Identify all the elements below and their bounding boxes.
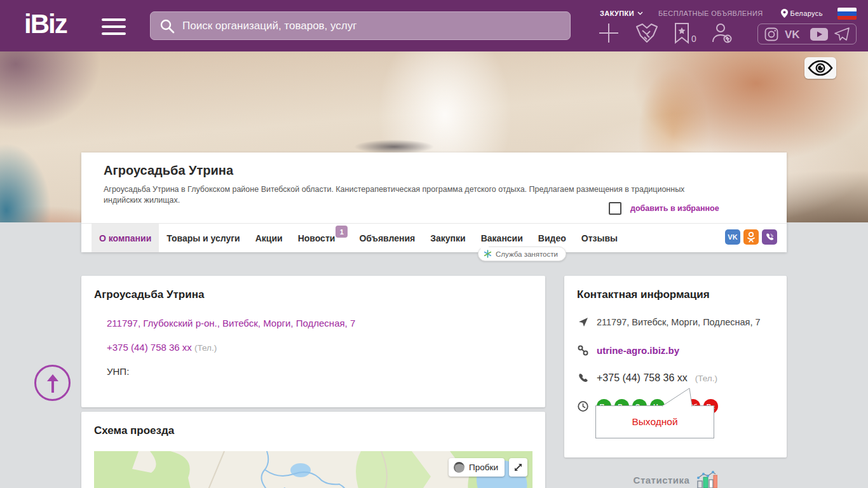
favorites-label: добавить в избранное: [630, 204, 719, 213]
expand-icon: [513, 463, 523, 472]
link-icon: [577, 345, 589, 356]
map-fullscreen-button[interactable]: [509, 458, 527, 477]
company-header-card: Агроусадьба Утрина Агроусадьба Утрина в …: [81, 152, 787, 252]
favorites-count: 0: [691, 34, 696, 44]
handshake-partners-icon[interactable]: [634, 23, 660, 43]
company-tabs: О компании Товары и услуги Акции Новости…: [81, 223, 787, 252]
about-company-card: Агроусадьба Утрина 211797, Глубокский р-…: [81, 276, 545, 407]
vacancies-tooltip: Служба занятости: [478, 247, 566, 261]
location-pin-icon: [781, 9, 788, 18]
news-count-badge: 1: [336, 226, 348, 238]
contact-phone-note: (Тел.): [695, 374, 717, 383]
eye-icon: [808, 60, 833, 76]
add-company-icon[interactable]: [597, 22, 620, 44]
site-logo[interactable]: iBiz: [24, 9, 67, 39]
phone-icon: [577, 373, 589, 384]
odnoklassniki-icon[interactable]: [743, 229, 759, 245]
hamburger-menu-icon[interactable]: [102, 18, 126, 36]
youtube-icon[interactable]: [810, 28, 828, 41]
unp-label: УНП:: [107, 366, 129, 377]
tab-ads[interactable]: Объявления: [351, 224, 423, 252]
tab-about[interactable]: О компании: [92, 224, 159, 252]
svg-text:VK: VK: [785, 29, 800, 40]
traffic-icon: [454, 462, 465, 473]
scroll-to-top-button[interactable]: [34, 365, 71, 401]
search-bar: [150, 11, 571, 40]
map-card-title: Схема проезда: [94, 424, 532, 437]
tab-news[interactable]: Новости1: [290, 224, 343, 252]
navigation-arrow-icon: [577, 317, 589, 327]
zakupki-label: ЗАКУПКИ: [600, 10, 634, 17]
company-description: Агроусадьба Утрина в Глубокском районе В…: [104, 184, 691, 206]
vacancies-tooltip-text: Служба занятости: [496, 250, 558, 258]
telegram-icon[interactable]: [834, 27, 850, 41]
traffic-toggle-button[interactable]: Пробки: [449, 458, 505, 477]
favorites-bookmark-icon[interactable]: 0: [674, 22, 696, 44]
header-top-links: ЗАКУПКИ БЕСПЛАТНЫЕ ОБЪЯВЛЕНИЯ Беларусь: [600, 8, 860, 19]
vk-icon[interactable]: VK: [725, 229, 740, 245]
search-input[interactable]: [182, 20, 561, 32]
directions-map-card: Схема проезда: [81, 412, 545, 488]
statistics-block[interactable]: Статистика: [564, 470, 787, 488]
tab-reviews[interactable]: Отзывы: [574, 224, 625, 252]
tab-promotions[interactable]: Акции: [248, 224, 290, 252]
free-ads-link[interactable]: БЕСПЛАТНЫЕ ОБЪЯВЛЕНИЯ: [658, 10, 763, 17]
contact-info-card: Контактная информация 211797, Витебск, М…: [564, 276, 787, 458]
header: iBiz ЗАКУПКИ БЕСПЛАТНЫЕ ОБЪЯВЛЕНИЯ Белар…: [0, 0, 868, 51]
map-canvas[interactable]: Пробки: [94, 451, 532, 488]
vk-icon[interactable]: VK: [785, 29, 804, 40]
country-selector[interactable]: Беларусь: [781, 9, 823, 18]
statistics-label: Статистика: [634, 475, 690, 485]
company-social-icons: VK: [725, 229, 777, 245]
chevron-down-icon: [637, 11, 643, 15]
company-phone-link[interactable]: +375 (44) 758 36 xx: [107, 342, 192, 353]
tab-products[interactable]: Товары и услуги: [159, 224, 247, 252]
search-icon: [159, 18, 175, 34]
tab-purchases[interactable]: Закупки: [423, 224, 473, 252]
company-address-link[interactable]: 211797, Глубокский р-он., Витебск, Морги…: [107, 318, 355, 329]
contact-address: 211797, Витебск, Морги, Подлесная, 7: [597, 317, 761, 327]
viber-icon[interactable]: [762, 229, 777, 245]
phone-note: (Тел.): [194, 343, 217, 353]
about-card-title: Агроусадьба Утрина: [94, 288, 532, 301]
instagram-icon[interactable]: [764, 27, 778, 41]
traffic-label: Пробки: [469, 463, 498, 472]
clock-icon: [577, 401, 589, 412]
dayoff-tooltip: Выходной: [595, 405, 714, 438]
language-flag-russia[interactable]: [837, 8, 857, 20]
statistics-chart-icon: [696, 470, 717, 488]
views-eye-button[interactable]: [804, 57, 836, 79]
add-to-favorites[interactable]: добавить в избранное: [609, 202, 719, 215]
header-icon-row: 0: [597, 22, 733, 44]
country-label: Беларусь: [790, 10, 823, 17]
up-arrow-icon: [46, 374, 60, 393]
user-add-icon[interactable]: [710, 22, 733, 44]
contact-phone: +375 (44) 758 36 xx: [597, 372, 688, 384]
header-social-links: VK: [757, 24, 857, 44]
employment-service-icon: [484, 250, 492, 258]
company-name: Агроусадьба Утрина: [104, 163, 233, 178]
zakupki-link[interactable]: ЗАКУПКИ: [600, 10, 643, 17]
favorites-checkbox[interactable]: [609, 202, 621, 215]
contact-card-title: Контактная информация: [577, 288, 774, 301]
page: iBiz ЗАКУПКИ БЕСПЛАТНЫЕ ОБЪЯВЛЕНИЯ Белар…: [0, 0, 868, 488]
company-website-link[interactable]: utrine-agro.ibiz.by: [597, 345, 679, 356]
